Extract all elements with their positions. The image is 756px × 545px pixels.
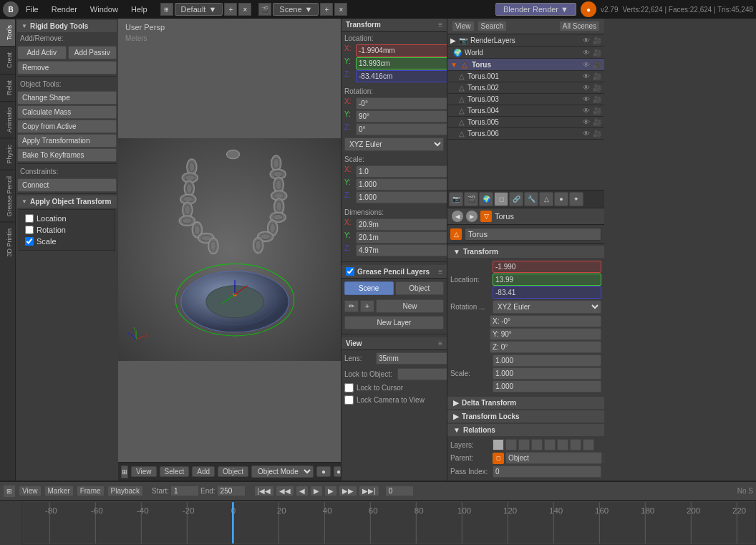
layout-grid-icon[interactable]: ⊞ [160, 3, 173, 16]
jump-start-btn[interactable]: |◀◀ [254, 486, 275, 496]
tl-marker-btn[interactable]: Marker [44, 486, 74, 496]
end-frame-input[interactable] [217, 486, 246, 496]
tab-physic[interactable]: Physic [0, 138, 15, 170]
remove-button[interactable]: Remove [17, 61, 117, 74]
location-checkbox[interactable] [25, 214, 34, 223]
layer-btn-3[interactable] [518, 439, 530, 450]
tl-view-btn[interactable]: View [19, 486, 42, 496]
play-btn[interactable]: ▶ [310, 486, 323, 496]
grease-pencil-icon-btn[interactable]: ✏ [344, 300, 359, 312]
props-rot-x[interactable] [490, 315, 601, 327]
rotation-mode-select[interactable]: XYZ Euler [344, 138, 444, 151]
props-scale-x[interactable] [493, 355, 601, 367]
outliner-torus-003[interactable]: △ Torus.003 👁 🎥 [447, 94, 604, 105]
jump-next-btn[interactable]: ▶▶ [339, 486, 357, 496]
layer-btn-2[interactable] [505, 439, 517, 450]
grease-scene-btn[interactable]: Scene [344, 281, 394, 295]
lock-cursor-checkbox[interactable] [344, 383, 354, 392]
grease-pencil-checkbox[interactable] [346, 267, 354, 276]
calculate-mass-button[interactable]: Calculate Mass [17, 105, 117, 119]
grease-options[interactable]: ≡ [438, 268, 442, 276]
tab-animatio[interactable]: Animatio [0, 101, 15, 138]
change-shape-button[interactable]: Change Shape [17, 91, 117, 105]
next-frame-btn[interactable]: ▶ [324, 486, 337, 496]
renderlayers-eye[interactable]: 👁 [583, 37, 590, 44]
torus003-cam[interactable]: 🎥 [593, 95, 601, 103]
prev-frame-btn[interactable]: ◀ [296, 486, 309, 496]
object-settings-icon[interactable]: ◻ [494, 192, 508, 206]
torus-eye[interactable]: 👁 [583, 61, 590, 69]
menu-window[interactable]: Window [84, 4, 124, 15]
grease-add-btn[interactable]: + [360, 300, 374, 312]
tab-grease-pencil[interactable]: Grease Pencil [0, 170, 15, 223]
start-frame-input[interactable] [170, 486, 199, 496]
rotation-z-input[interactable] [356, 123, 447, 135]
outliner-torus-001[interactable]: △ Torus.001 👁 🎥 [447, 71, 604, 82]
fwd-btn[interactable]: ▶ [466, 211, 478, 222]
apply-transformation-button[interactable]: Apply Transformation [17, 134, 117, 148]
tab-creat[interactable]: Creat [0, 46, 15, 74]
outliner-torus[interactable]: ▼ △ Torus 👁 🎥 [447, 59, 604, 71]
lens-input[interactable] [376, 352, 447, 365]
object-mode-select[interactable]: Object Mode [251, 466, 314, 478]
back-btn[interactable]: ◀ [452, 211, 463, 222]
remove-layout-icon[interactable]: × [238, 3, 251, 16]
blender-logo[interactable]: B [3, 1, 19, 17]
torus001-eye[interactable]: 👁 [583, 72, 590, 80]
add-scene-icon[interactable]: + [320, 3, 333, 16]
current-frame-input[interactable] [385, 486, 414, 496]
materials-icon[interactable]: ● [554, 192, 568, 206]
tab-tools[interactable]: Tools [0, 19, 15, 46]
props-rot-mode[interactable]: XYZ Euler [493, 300, 601, 314]
location-x-input[interactable] [356, 44, 447, 57]
dim-z-input[interactable] [356, 244, 447, 256]
vp-object-button[interactable]: Object [218, 466, 248, 477]
torus006-eye[interactable]: 👁 [583, 130, 590, 138]
lock-camera-checkbox[interactable] [344, 395, 354, 405]
delta-transform-header[interactable]: ▶ Delta Transform [447, 397, 604, 409]
layout-selector[interactable]: Default ▼ [175, 3, 223, 16]
layer-btn-1[interactable] [493, 439, 504, 450]
outliner-torus-006[interactable]: △ Torus.006 👁 🎥 [447, 128, 604, 140]
props-loc-x[interactable] [493, 261, 601, 273]
world-settings-icon[interactable]: 🌍 [479, 192, 493, 206]
torus004-cam[interactable]: 🎥 [593, 107, 601, 115]
tab-relat[interactable]: Relat [0, 74, 15, 101]
torus006-cam[interactable]: 🎥 [593, 130, 601, 138]
vp-add-button[interactable]: Add [192, 466, 215, 477]
layer-btn-5[interactable] [544, 439, 556, 450]
remove-scene-icon[interactable]: × [334, 3, 347, 16]
vp-view-button[interactable]: View [131, 466, 157, 477]
relations-header[interactable]: ▼ Relations [447, 424, 604, 436]
scene-settings-icon[interactable]: 🎬 [464, 192, 478, 206]
menu-file[interactable]: File [20, 4, 44, 15]
transform-locks-header[interactable]: ▶ Transform Locks [447, 410, 604, 423]
rotation-y-input[interactable] [356, 110, 447, 122]
world-eye[interactable]: 👁 [583, 49, 590, 57]
particles-icon[interactable]: ✦ [569, 192, 583, 206]
outliner-renderlayers[interactable]: ▶ 📷 RenderLayers 👁 🎥 [447, 34, 604, 47]
add-activ-button[interactable]: Add Activ [17, 46, 67, 59]
rotation-checkbox[interactable] [25, 226, 34, 234]
scale-z-input[interactable] [356, 191, 447, 203]
renderlayers-cam[interactable]: 🎥 [593, 37, 601, 44]
props-scale-y[interactable] [493, 367, 601, 380]
scale-y-input[interactable] [356, 178, 447, 190]
grease-new-btn[interactable]: New [376, 299, 444, 313]
parent-pick-btn[interactable]: ⊙ [604, 453, 604, 463]
render-settings-icon[interactable]: 📷 [449, 192, 463, 206]
outliner-torus-002[interactable]: △ Torus.002 👁 🎥 [447, 82, 604, 94]
parent-input[interactable] [505, 452, 602, 464]
tl-frame-btn[interactable]: Frame [77, 486, 105, 496]
torus005-cam[interactable]: 🎥 [593, 118, 601, 126]
menu-render[interactable]: Render [46, 4, 83, 15]
props-loc-y[interactable] [493, 274, 601, 286]
timeline-ruler[interactable]: -80 -60 -40 -20 0 20 40 60 80 [21, 501, 756, 545]
torus001-cam[interactable]: 🎥 [593, 72, 601, 80]
rotation-x-input[interactable] [356, 97, 447, 110]
add-passiv-button[interactable]: Add Passiv [68, 46, 117, 59]
torus002-cam[interactable]: 🎥 [593, 84, 601, 92]
layer-btn-8[interactable] [583, 439, 594, 450]
data-icon[interactable]: △ [539, 192, 553, 206]
object-name-input[interactable] [465, 228, 601, 241]
